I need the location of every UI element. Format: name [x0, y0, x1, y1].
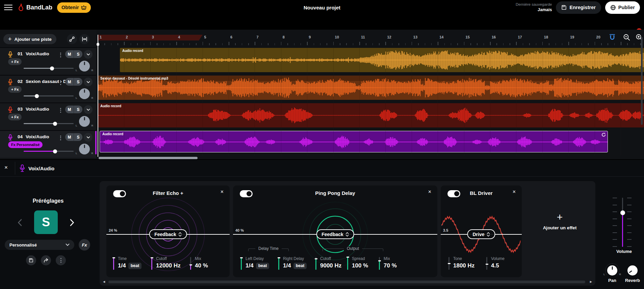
- mute-button[interactable]: M: [65, 78, 74, 86]
- param-value[interactable]: 40 %: [195, 262, 208, 269]
- param-value[interactable]: 100 %: [352, 262, 368, 269]
- track-fader[interactable]: [24, 123, 74, 124]
- mute-button[interactable]: M: [65, 50, 74, 58]
- track-pan-knob[interactable]: L R: [79, 116, 90, 127]
- solo-button[interactable]: S: [74, 78, 82, 86]
- add-track-button[interactable]: + Ajouter une piste: [3, 34, 56, 44]
- track-fader[interactable]: [24, 95, 74, 96]
- track-menu-icon[interactable]: [60, 79, 61, 86]
- add-effect-button[interactable]: + Ajouter un effet: [529, 211, 591, 230]
- solo-button[interactable]: S: [74, 106, 82, 113]
- track-collapse-icon[interactable]: [84, 133, 93, 142]
- param-value[interactable]: 1800 Hz: [453, 262, 474, 269]
- audio-region[interactable]: Sexion dassaut - Désolé instrumental.mp3: [98, 76, 644, 100]
- share-preset-button[interactable]: [41, 255, 51, 265]
- track-menu-icon[interactable]: [60, 107, 61, 113]
- track-fx-button[interactable]: Fx Personnalisé: [8, 141, 43, 148]
- solo-button[interactable]: S: [74, 50, 82, 58]
- track-fx-button[interactable]: + Fx: [8, 114, 22, 120]
- scroll-left-icon[interactable]: ◀: [103, 280, 105, 283]
- track-fader[interactable]: [24, 151, 74, 152]
- save-preset-button[interactable]: [26, 255, 36, 265]
- param-slider[interactable]: [190, 257, 191, 270]
- track-row[interactable]: 04Voix/Audio MS Fx Personnalisé L R: [0, 130, 96, 158]
- region-loop-icon[interactable]: [601, 133, 606, 137]
- param-value[interactable]: 12000 Hz: [156, 262, 181, 269]
- param-slider[interactable]: [486, 257, 487, 270]
- preset-prev-icon[interactable]: [18, 219, 22, 226]
- param-slider[interactable]: [278, 257, 279, 270]
- track-fx-button[interactable]: + Fx: [8, 58, 22, 65]
- reverb-knob[interactable]: [627, 265, 638, 276]
- scroll-right-icon[interactable]: ▶: [590, 280, 592, 283]
- track-fx-button[interactable]: + Fx: [8, 86, 22, 93]
- audio-region[interactable]: Audio record: [100, 131, 608, 152]
- param-slider[interactable]: [241, 257, 242, 270]
- menu-icon[interactable]: [4, 5, 12, 10]
- cards-scroll-thumb[interactable]: [108, 281, 585, 283]
- track-row[interactable]: 03Voix/Audio MS + Fx L R: [0, 103, 96, 130]
- audio-region[interactable]: Audio record: [98, 103, 644, 127]
- param-slider[interactable]: [379, 257, 380, 270]
- track-pan-knob[interactable]: L R: [79, 61, 90, 71]
- mute-button[interactable]: M: [65, 133, 74, 141]
- track-pan-knob[interactable]: L R: [79, 144, 90, 154]
- pan-knob[interactable]: L R: [607, 265, 617, 276]
- track-menu-icon[interactable]: [60, 135, 61, 141]
- param-unit-badge[interactable]: beat: [256, 263, 269, 269]
- param-slider[interactable]: [448, 257, 449, 270]
- param-unit-badge[interactable]: beat: [293, 263, 307, 269]
- playhead[interactable]: [98, 35, 98, 157]
- fx-chip[interactable]: Fx: [79, 239, 90, 251]
- track-row[interactable]: 01Voix/Audio MS + Fx L R: [0, 47, 96, 75]
- cards-scrollbar[interactable]: ◀ ▶: [103, 280, 592, 284]
- preset-dropdown[interactable]: Personnalisé: [5, 240, 74, 250]
- track-fader-knob[interactable]: [53, 122, 57, 126]
- param-slider[interactable]: [347, 257, 348, 270]
- vertical-scrollbar[interactable]: [641, 37, 643, 125]
- audio-region[interactable]: Audio record: [120, 48, 644, 72]
- solo-button[interactable]: S: [74, 133, 82, 141]
- param-slider[interactable]: [315, 257, 316, 270]
- get-premium-button[interactable]: Obtenir: [57, 2, 91, 13]
- preset-next-icon[interactable]: [70, 219, 74, 226]
- timeline[interactable]: 1234567891011121314151617181920 Audio re…: [96, 30, 644, 159]
- zoom-out-icon[interactable]: [623, 34, 630, 41]
- mute-button[interactable]: M: [65, 106, 74, 113]
- track-pan-knob[interactable]: L R: [79, 88, 90, 99]
- loop-region[interactable]: [98, 35, 203, 40]
- preset-tile[interactable]: S: [34, 210, 58, 234]
- param-slider[interactable]: [151, 257, 152, 270]
- param-value[interactable]: 1/4: [246, 262, 254, 269]
- close-icon[interactable]: ×: [513, 189, 516, 195]
- track-fader-knob[interactable]: [50, 66, 54, 70]
- track-volume-knob[interactable]: [620, 210, 625, 215]
- param-value[interactable]: 4.5: [491, 262, 499, 269]
- track-collapse-icon[interactable]: [84, 50, 93, 59]
- param-value[interactable]: 1/4: [118, 262, 126, 269]
- bandlab-logo[interactable]: BandLab: [17, 3, 52, 11]
- param-value[interactable]: 1/4: [283, 262, 291, 269]
- preset-menu-button[interactable]: [56, 255, 66, 265]
- track-fader-knob[interactable]: [35, 94, 39, 98]
- close-icon[interactable]: ×: [221, 189, 224, 195]
- effect-mode-dropdown[interactable]: Feedback: [149, 229, 187, 239]
- track-row[interactable]: 02Sexion dassaut - D... MS + Fx L R: [0, 75, 96, 103]
- collapse-tracks-icon[interactable]: [79, 34, 89, 44]
- track-fader[interactable]: [24, 68, 74, 69]
- effect-mode-dropdown[interactable]: Feedback: [316, 229, 354, 239]
- publish-button[interactable]: Publier: [605, 1, 640, 14]
- playhead-handle[interactable]: [97, 43, 100, 46]
- tuner-cable-icon[interactable]: [67, 34, 77, 44]
- close-icon[interactable]: ×: [428, 189, 431, 195]
- param-slider[interactable]: [113, 257, 114, 270]
- track-collapse-icon[interactable]: [84, 105, 93, 114]
- close-icon[interactable]: ×: [4, 164, 8, 171]
- track-collapse-icon[interactable]: [84, 78, 93, 86]
- effect-mode-dropdown[interactable]: Drive: [467, 229, 495, 239]
- snap-magnet-icon[interactable]: [609, 34, 616, 41]
- save-button[interactable]: Enregistrer: [556, 1, 601, 14]
- horizontal-scrollbar[interactable]: [99, 157, 198, 159]
- track-volume-slider[interactable]: [622, 198, 623, 247]
- track-menu-icon[interactable]: [60, 52, 61, 58]
